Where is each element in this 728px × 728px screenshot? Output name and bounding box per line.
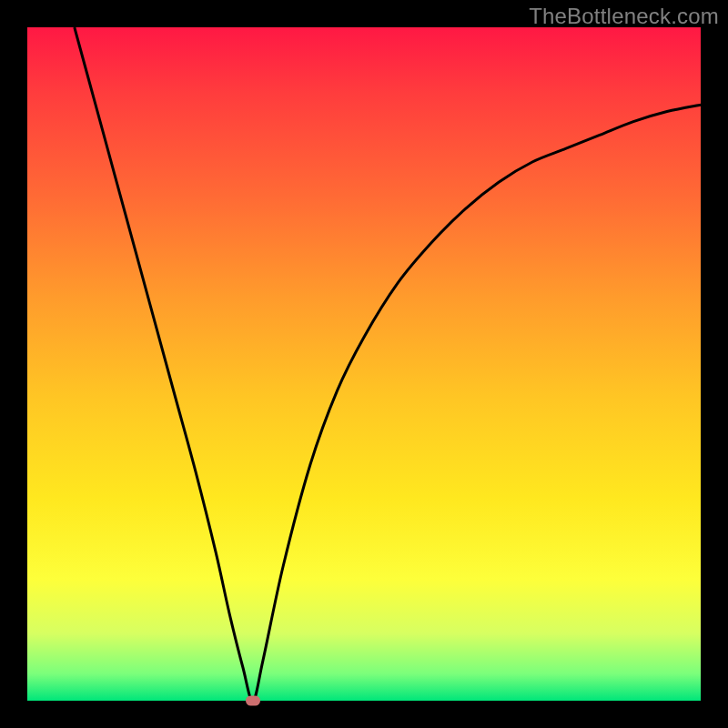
watermark-text: TheBottleneck.com: [529, 4, 719, 29]
plot-area: [27, 27, 701, 701]
bottleneck-curve: [27, 27, 701, 701]
minimum-marker: [246, 696, 260, 706]
chart-frame: TheBottleneck.com: [0, 0, 728, 728]
curve-path: [75, 27, 701, 701]
